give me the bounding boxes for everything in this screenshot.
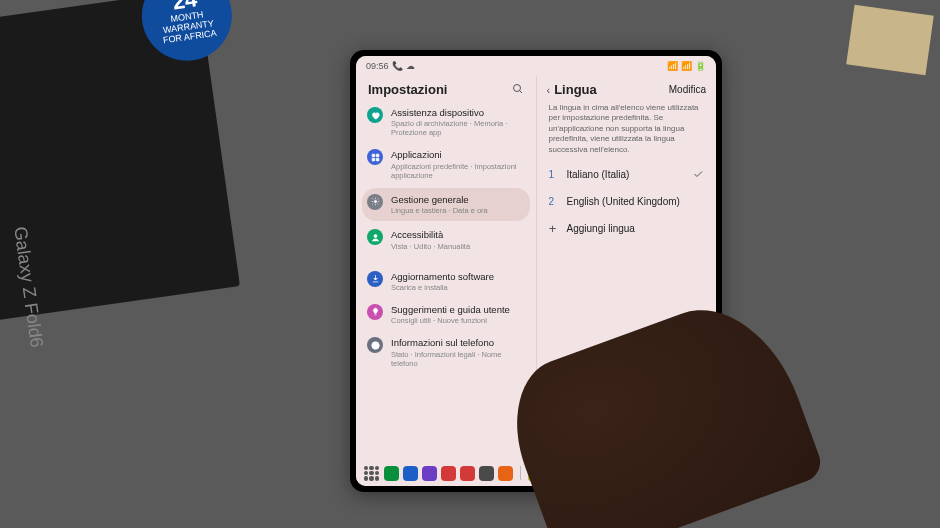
taskbar-app-icon[interactable] [422, 466, 437, 481]
svg-rect-5 [376, 158, 379, 161]
download-icon [367, 271, 383, 287]
info-icon [367, 337, 383, 353]
taskbar-app-icon[interactable] [384, 466, 399, 481]
settings-item-subtitle: Consigli utili · Nuove funzioni [391, 316, 525, 325]
settings-item[interactable]: Assistenza dispositivo Spazio di archivi… [356, 101, 536, 143]
product-brand-text: Galaxy Z Fold6 [9, 225, 47, 349]
plus-icon: + [549, 221, 557, 236]
language-item[interactable]: 2 English (United Kingdom) [537, 189, 717, 214]
heart-icon [367, 107, 383, 123]
person-icon [367, 229, 383, 245]
signal-icon: 📶 [681, 61, 692, 71]
settings-item[interactable]: Gestione generale Lingua e tastiera · Da… [362, 188, 530, 221]
language-name: Italiano (Italia) [567, 169, 683, 180]
settings-item-subtitle: Applicazioni predefinite · Impostazioni … [391, 162, 525, 180]
svg-rect-2 [372, 154, 375, 157]
settings-item-title: Applicazioni [391, 149, 525, 160]
settings-item-title: Assistenza dispositivo [391, 107, 525, 118]
grid-icon [367, 149, 383, 165]
settings-item-subtitle: Spazio di archiviazione · Memoria · Prot… [391, 119, 525, 137]
cloud-icon: ☁ [406, 61, 415, 71]
language-index: 1 [549, 169, 557, 180]
settings-item-subtitle: Stato · Informazioni legali · Nome telef… [391, 350, 525, 368]
back-icon[interactable]: ‹ [547, 84, 551, 96]
language-title: Lingua [554, 82, 669, 97]
status-time: 09:56 [366, 61, 389, 71]
apps-drawer-icon[interactable] [364, 466, 379, 481]
taskbar-divider [520, 466, 521, 480]
svg-point-0 [513, 84, 520, 91]
product-box: 24 MONTH WARRANTY FOR AFRICA Galaxy Z Fo… [0, 0, 240, 322]
svg-rect-3 [376, 154, 379, 157]
taskbar-app-icon[interactable] [460, 466, 475, 481]
settings-item-title: Informazioni sul telefono [391, 337, 525, 348]
svg-point-10 [375, 343, 376, 344]
taskbar-app-icon[interactable] [479, 466, 494, 481]
settings-item[interactable]: Informazioni sul telefono Stato · Inform… [356, 331, 536, 373]
settings-item[interactable]: Accessibilità Vista · Udito · Manualità [356, 223, 536, 256]
settings-item-title: Accessibilità [391, 229, 525, 240]
svg-rect-4 [372, 158, 375, 161]
status-bar: 09:56 📞 ☁ 📶 📶 🔋 [356, 56, 716, 76]
settings-item[interactable]: Aggiornamento software Scarica e install… [356, 265, 536, 298]
language-index: 2 [549, 196, 557, 207]
settings-item-title: Suggerimenti e guida utente [391, 304, 525, 315]
add-language-label: Aggiungi lingua [567, 223, 635, 234]
settings-pane: Impostazioni Assistenza dispositivo Spaz… [356, 76, 537, 460]
notification-icon: 📞 [392, 61, 403, 71]
warranty-badge: 24 MONTH WARRANTY FOR AFRICA [136, 0, 238, 67]
settings-item-title: Gestione generale [391, 194, 519, 205]
svg-point-6 [374, 201, 376, 203]
edit-button[interactable]: Modifica [669, 84, 706, 95]
taskbar-app-icon[interactable] [498, 466, 513, 481]
settings-item[interactable]: Applicazioni Applicazioni predefinite · … [356, 143, 536, 185]
add-language-button[interactable]: + Aggiungi lingua [537, 214, 717, 243]
battery-icon: 🔋 [695, 61, 706, 71]
settings-item-subtitle: Lingua e tastiera · Data e ora [391, 206, 519, 215]
bulb-icon [367, 304, 383, 320]
svg-line-1 [519, 90, 522, 93]
gear-icon [367, 194, 383, 210]
check-icon [692, 168, 704, 182]
wood-block [846, 5, 934, 76]
settings-title: Impostazioni [368, 82, 447, 97]
settings-item-title: Aggiornamento software [391, 271, 525, 282]
taskbar-app-icon[interactable] [441, 466, 456, 481]
wifi-icon: 📶 [667, 61, 678, 71]
svg-point-7 [374, 234, 377, 237]
settings-item-subtitle: Scarica e installa [391, 283, 525, 292]
language-description: La lingua in cima all'elenco viene utili… [537, 101, 717, 161]
language-item[interactable]: 1 Italiano (Italia) [537, 161, 717, 189]
language-name: English (United Kingdom) [567, 196, 705, 207]
settings-item-subtitle: Vista · Udito · Manualità [391, 242, 525, 251]
search-icon[interactable] [512, 83, 524, 97]
taskbar-app-icon[interactable] [403, 466, 418, 481]
settings-item[interactable]: Suggerimenti e guida utente Consigli uti… [356, 298, 536, 331]
